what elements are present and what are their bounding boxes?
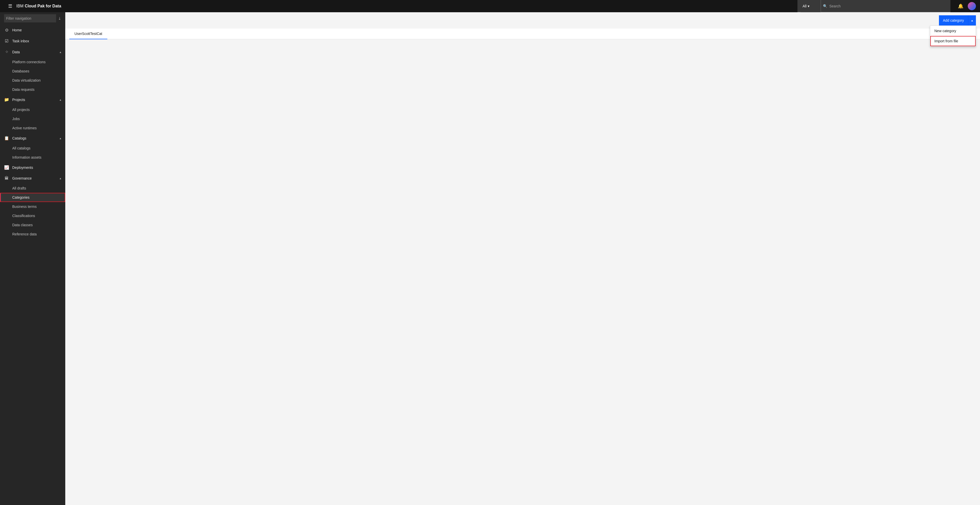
sidebar-item-business-terms[interactable]: Business terms — [0, 202, 65, 211]
deployments-icon: 📈 — [4, 165, 9, 170]
sidebar-item-platform-connections[interactable]: Platform connections — [0, 57, 65, 67]
sidebar-item-label: Deployments — [12, 166, 61, 170]
avatar[interactable] — [968, 2, 976, 10]
content-area — [65, 39, 980, 48]
search-type-selector[interactable]: All ▾ — [800, 0, 821, 12]
hamburger-icon: ☰ — [8, 3, 12, 9]
sidebar-filter-input[interactable] — [4, 14, 56, 22]
search-input[interactable] — [829, 4, 947, 8]
main-content: Add category ▴ New category Import from … — [65, 12, 980, 505]
home-icon: ⊙ — [4, 27, 9, 32]
menu-button[interactable]: ☰ — [4, 0, 16, 12]
governance-icon: 🏛 — [4, 176, 9, 181]
tab-user-scott-test-cat[interactable]: UserScottTestCat — [69, 29, 107, 39]
tab-bar: UserScottTestCat — [65, 29, 980, 39]
sidebar: ⤓ ⊙ Home ☑ Task inbox ⁘ Data ▴ Platform … — [0, 12, 65, 505]
chevron-up-icon: ▴ — [60, 137, 61, 140]
sidebar-item-task-inbox[interactable]: ☑ Task inbox — [0, 35, 65, 46]
sidebar-item-data-classes[interactable]: Data classes — [0, 220, 65, 229]
search-icon: 🔍 — [823, 4, 827, 8]
projects-icon: 📁 — [4, 97, 9, 102]
sidebar-item-all-catalogs[interactable]: All catalogs — [0, 143, 65, 153]
sidebar-item-label: Home — [12, 28, 61, 32]
sidebar-item-data[interactable]: ⁘ Data ▴ — [0, 46, 65, 57]
sidebar-sub-catalogs: All catalogs Information assets — [0, 143, 65, 162]
chevron-up-icon: ▴ — [60, 98, 61, 102]
data-icon: ⁘ — [4, 49, 9, 54]
sidebar-item-governance[interactable]: 🏛 Governance ▴ — [0, 173, 65, 184]
sidebar-item-label: Task inbox — [12, 39, 61, 43]
sidebar-item-deployments[interactable]: 📈 Deployments — [0, 162, 65, 173]
brand: IBM Cloud Pak for Data — [16, 4, 61, 8]
sidebar-item-jobs[interactable]: Jobs — [0, 114, 65, 123]
sidebar-item-label: Projects — [12, 98, 57, 102]
task-inbox-icon: ☑ — [4, 38, 9, 43]
chevron-up-icon: ▴ — [60, 177, 61, 180]
sidebar-sub-projects: All projects Jobs Active runtimes — [0, 105, 65, 133]
search-bar: All ▾ 🔍 — [797, 0, 950, 12]
sidebar-item-data-requests[interactable]: Data requests — [0, 85, 65, 94]
chevron-up-icon: ▴ — [971, 19, 973, 22]
sidebar-item-label: Data — [12, 50, 57, 54]
sidebar-item-projects[interactable]: 📁 Projects ▴ — [0, 94, 65, 105]
brand-label: IBM Cloud Pak for Data — [16, 4, 61, 8]
notifications-button[interactable]: 🔔 — [955, 0, 967, 12]
add-category-button[interactable]: Add category — [939, 15, 968, 25]
add-category-label: Add category — [943, 18, 964, 22]
sidebar-filter: ⤓ — [0, 12, 65, 24]
sidebar-item-label: Governance — [12, 176, 57, 180]
sidebar-sub-data: Platform connections Databases Data virt… — [0, 57, 65, 94]
sidebar-item-active-runtimes[interactable]: Active runtimes — [0, 123, 65, 133]
top-nav-icons: 🔔 — [955, 0, 976, 12]
catalogs-icon: 📋 — [4, 136, 9, 140]
add-category-wrapper: Add category ▴ New category Import from … — [939, 15, 976, 25]
add-category-dropdown: New category Import from file — [930, 25, 976, 46]
sidebar-item-label: Catalogs — [12, 136, 57, 140]
sidebar-item-classifications[interactable]: Classifications — [0, 211, 65, 220]
new-category-item[interactable]: New category — [930, 26, 976, 36]
sidebar-item-reference-data[interactable]: Reference data — [0, 229, 65, 239]
sidebar-item-all-drafts[interactable]: All drafts — [0, 184, 65, 193]
sidebar-sub-governance: All drafts Categories Business terms Cla… — [0, 184, 65, 239]
sidebar-item-data-virtualization[interactable]: Data virtualization — [0, 76, 65, 85]
sidebar-item-catalogs[interactable]: 📋 Catalogs ▴ — [0, 133, 65, 143]
toolbar: Add category ▴ New category Import from … — [65, 12, 980, 29]
add-category-button-group: Add category ▴ — [939, 15, 976, 25]
chevron-up-icon: ▴ — [60, 50, 61, 54]
add-category-chevron-button[interactable]: ▴ — [968, 15, 976, 25]
sidebar-item-information-assets[interactable]: Information assets — [0, 153, 65, 162]
sidebar-item-databases[interactable]: Databases — [0, 67, 65, 76]
sidebar-item-home[interactable]: ⊙ Home — [0, 24, 65, 35]
sidebar-item-all-projects[interactable]: All projects — [0, 105, 65, 114]
bell-icon: 🔔 — [958, 3, 963, 9]
top-nav: ☰ IBM Cloud Pak for Data All ▾ 🔍 🔔 — [0, 0, 980, 12]
sidebar-item-categories[interactable]: Categories — [0, 193, 65, 202]
import-from-file-item[interactable]: Import from file — [930, 36, 976, 46]
collapse-icon[interactable]: ⤓ — [58, 16, 61, 21]
chevron-down-icon: ▾ — [808, 4, 810, 8]
